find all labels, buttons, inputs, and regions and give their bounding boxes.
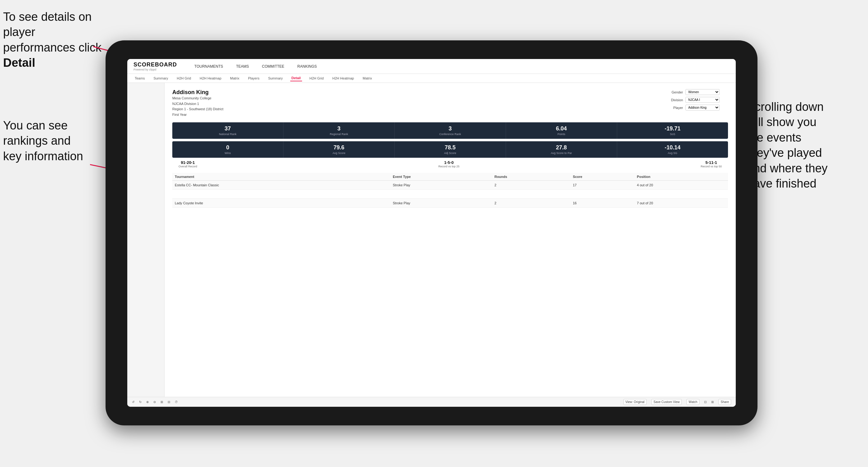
division-control: Division NJCAA I NJCAA II bbox=[666, 97, 728, 103]
toolbar-icon4: ⊟ bbox=[168, 400, 170, 404]
annotation-top-left-text: To see details on player performances cl… bbox=[3, 10, 101, 54]
stat-wins: 0 Wins bbox=[172, 141, 283, 158]
record-top50: 5-11-1 Record vs top 50 bbox=[701, 160, 722, 168]
sub-nav-h2h-heatmap[interactable]: H2H Heatmap bbox=[198, 75, 223, 81]
player-division: NJCAA Division 1 bbox=[172, 101, 223, 107]
logo-title: SCOREBOARD bbox=[133, 61, 177, 68]
content-area: Addison King Mesa Community College NJCA… bbox=[127, 83, 736, 397]
logo-sub: Powered by clippd bbox=[133, 68, 177, 71]
annotation-top-left: To see details on player performances cl… bbox=[3, 9, 108, 71]
nav-teams[interactable]: TEAMS bbox=[234, 63, 251, 70]
sub-nav-matrix2[interactable]: Matrix bbox=[361, 75, 373, 81]
stat-avg-sg: -10.14 Avg SG bbox=[617, 141, 728, 158]
toolbar-icon6: ⊡ bbox=[704, 400, 707, 404]
player-college: Mesa Community College bbox=[172, 96, 223, 101]
adj-score-label: Adj Score bbox=[397, 152, 503, 155]
regional-rank-label: Regional Rank bbox=[286, 132, 392, 136]
row3-rounds: 2 bbox=[492, 199, 570, 208]
annotation-bl-3: key information bbox=[3, 150, 83, 163]
row3-position: 7 out of 20 bbox=[634, 199, 728, 208]
row3-tournament: Lady Coyote Invite bbox=[172, 199, 390, 208]
col-score: Score bbox=[570, 173, 634, 181]
top25-value: 1-5-0 bbox=[438, 160, 460, 165]
table-header: Tournament Event Type Rounds Score Posit… bbox=[172, 173, 728, 181]
row2-position bbox=[634, 190, 728, 199]
gender-select[interactable]: Women Men bbox=[685, 89, 720, 95]
annotation-detail-bold: Detail bbox=[3, 56, 35, 69]
sub-nav-detail[interactable]: Detail bbox=[290, 75, 302, 81]
toolbar-redo-icon[interactable]: ↻ bbox=[139, 400, 142, 404]
watch-button[interactable]: Watch bbox=[686, 399, 700, 405]
sos-label: SoS bbox=[620, 132, 725, 136]
conference-rank-label: Conference Rank bbox=[397, 132, 503, 136]
save-custom-view-button[interactable]: Save Custom View bbox=[651, 399, 682, 405]
annotation-bl-2: rankings and bbox=[3, 134, 71, 147]
avg-sg-value: -10.14 bbox=[620, 145, 725, 151]
division-select[interactable]: NJCAA I NJCAA II bbox=[685, 97, 720, 103]
col-event-type: Event Type bbox=[390, 173, 492, 181]
annotation-r-4: they've played bbox=[747, 146, 822, 159]
col-rounds: Rounds bbox=[492, 173, 570, 181]
toolbar-undo-icon[interactable]: ↺ bbox=[132, 400, 134, 404]
toolbar-icon3: ⊞ bbox=[160, 400, 163, 404]
player-header: Addison King Mesa Community College NJCA… bbox=[172, 89, 728, 117]
avg-score-label: Avg Score bbox=[286, 152, 392, 155]
conference-rank-value: 3 bbox=[397, 125, 503, 132]
stat-conference-rank: 3 Conference Rank bbox=[395, 122, 506, 139]
sub-nav: Teams Summary H2H Grid H2H Heatmap Matri… bbox=[127, 74, 736, 83]
sub-nav-matrix[interactable]: Matrix bbox=[229, 75, 241, 81]
toolbar-icon7: ⊞ bbox=[711, 400, 714, 404]
stats-row-1: 37 National Rank 3 Regional Rank 3 Confe… bbox=[172, 122, 728, 139]
row3-event-type: Stroke Play bbox=[390, 199, 492, 208]
nav-committee[interactable]: COMMITTEE bbox=[260, 63, 286, 70]
toolbar-icon5: ⏱ bbox=[175, 400, 178, 404]
sub-nav-players[interactable]: Players bbox=[247, 75, 261, 81]
sub-nav-h2h-grid[interactable]: H2H Grid bbox=[176, 75, 192, 81]
annotation-bottom-left: You can see rankings and key information bbox=[3, 118, 108, 164]
row2-event-type bbox=[390, 190, 492, 199]
row1-tournament: Estella CC- Mountain Classic bbox=[172, 181, 390, 190]
player-select[interactable]: Addison King bbox=[685, 105, 720, 111]
row2-score bbox=[570, 190, 634, 199]
player-region: Region 1 - Southwest (18) District bbox=[172, 106, 223, 112]
sub-nav-summary[interactable]: Summary bbox=[152, 75, 169, 81]
toolbar-icon1: ⊕ bbox=[146, 400, 149, 404]
table-row: Lady Coyote Invite Stroke Play 2 16 7 ou… bbox=[172, 199, 728, 208]
view-original-button[interactable]: View: Original bbox=[623, 399, 647, 405]
avg-sg-label: Avg SG bbox=[620, 152, 725, 155]
overall-value: 91-20-1 bbox=[179, 160, 197, 165]
main-content: Addison King Mesa Community College NJCA… bbox=[164, 83, 736, 397]
stat-national-rank: 37 National Rank bbox=[172, 122, 283, 139]
toolbar-icon2: ⊖ bbox=[153, 400, 156, 404]
nav-rankings[interactable]: RANKINGS bbox=[296, 63, 319, 70]
adj-score-value: 78.5 bbox=[397, 145, 503, 151]
stat-sos: -19.71 SoS bbox=[617, 122, 728, 139]
nav-bar: SCOREBOARD Powered by clippd TOURNAMENTS… bbox=[127, 59, 736, 74]
regional-rank-value: 3 bbox=[286, 125, 392, 132]
player-name: Addison King bbox=[172, 89, 223, 96]
row2-rounds bbox=[492, 190, 570, 199]
sub-nav-h2h-grid2[interactable]: H2H Grid bbox=[308, 75, 325, 81]
avg-par-label: Avg Score to Par bbox=[508, 152, 614, 155]
player-year: First Year bbox=[172, 112, 223, 118]
player-label: Player bbox=[666, 106, 683, 110]
sub-nav-h2h-heatmap2[interactable]: H2H Heatmap bbox=[331, 75, 355, 81]
sub-nav-teams[interactable]: Teams bbox=[133, 75, 146, 81]
stat-avg-par: 27.8 Avg Score to Par bbox=[506, 141, 617, 158]
avg-par-value: 27.8 bbox=[508, 145, 614, 151]
gender-control: Gender Women Men bbox=[666, 89, 728, 95]
nav-tournaments[interactable]: TOURNAMENTS bbox=[192, 63, 225, 70]
col-tournament: Tournament bbox=[172, 173, 390, 181]
row1-position: 4 out of 20 bbox=[634, 181, 728, 190]
national-rank-label: National Rank bbox=[175, 132, 281, 136]
stat-adj-score: 78.5 Adj Score bbox=[395, 141, 506, 158]
annotation-r-5: and where they bbox=[747, 162, 828, 175]
sub-nav-summary2[interactable]: Summary bbox=[267, 75, 284, 81]
row1-event-type: Stroke Play bbox=[390, 181, 492, 190]
player-control: Player Addison King bbox=[666, 105, 728, 111]
top25-label: Record vs top 25 bbox=[438, 165, 460, 168]
annotation-bl-1: You can see bbox=[3, 119, 68, 132]
share-button[interactable]: Share bbox=[718, 399, 731, 405]
col-position: Position bbox=[634, 173, 728, 181]
row3-score: 16 bbox=[570, 199, 634, 208]
